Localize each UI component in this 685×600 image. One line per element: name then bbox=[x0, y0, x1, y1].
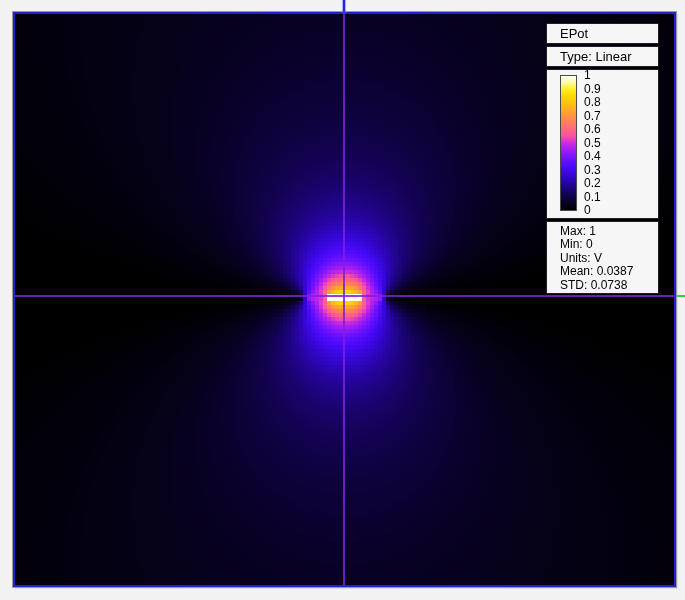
stats-box: Max: 1 Min: 0 Units: V Mean: 0.0387 STD:… bbox=[546, 221, 659, 294]
colorbar-tick: 0.3 bbox=[584, 164, 624, 177]
colorbar-tick: 0.1 bbox=[584, 191, 624, 204]
colorbar-tick: 0.8 bbox=[584, 96, 624, 109]
stat-mean: Mean: 0.0387 bbox=[560, 265, 658, 278]
colorbar-box: 1 0.9 0.8 0.7 0.6 0.5 0.4 0.3 0.2 0.1 0 bbox=[546, 69, 659, 219]
colorbar-tick: 0.9 bbox=[584, 83, 624, 96]
stat-min: Min: 0 bbox=[560, 238, 658, 251]
legend-panel: EPot Type: Linear 1 0.9 0.8 0.7 0.6 0.5 … bbox=[546, 23, 659, 294]
legend-scale-type: Type: Linear bbox=[546, 46, 659, 67]
legend-title: EPot bbox=[546, 23, 659, 44]
colorbar-tick-labels: 1 0.9 0.8 0.7 0.6 0.5 0.4 0.3 0.2 0.1 0 bbox=[584, 69, 624, 217]
colorbar-tick: 0.2 bbox=[584, 177, 624, 190]
crosshair-right-tick bbox=[677, 295, 685, 297]
colorbar-tick: 0.5 bbox=[584, 137, 624, 150]
colorbar-tick: 0.4 bbox=[584, 150, 624, 163]
crosshair-horizontal-line bbox=[15, 295, 674, 297]
crosshair-vertical-line bbox=[343, 14, 345, 585]
stat-max: Max: 1 bbox=[560, 225, 658, 238]
colorbar-tick: 1 bbox=[584, 69, 624, 82]
stat-units: Units: V bbox=[560, 252, 658, 265]
colorbar-tick: 0.6 bbox=[584, 123, 624, 136]
colorbar-tick: 0.7 bbox=[584, 110, 624, 123]
crosshair-top-tick bbox=[343, 0, 345, 12]
colorbar-tick: 0 bbox=[584, 204, 624, 217]
app-window: { "legend": { "title": "EPot", "type_lab… bbox=[0, 0, 685, 600]
colorbar-gradient bbox=[560, 75, 577, 211]
stat-std: STD: 0.0738 bbox=[560, 279, 658, 292]
